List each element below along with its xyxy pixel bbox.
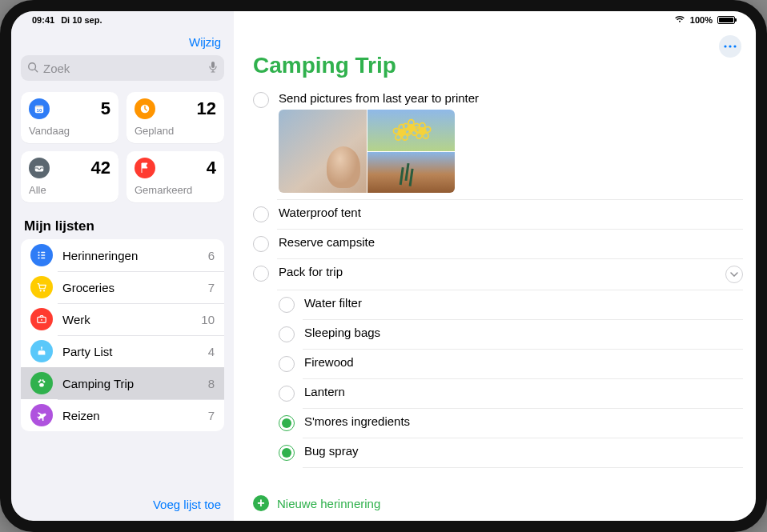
svg-rect-2 <box>211 62 215 68</box>
svg-rect-13 <box>41 258 45 258</box>
new-reminder-label: Nieuwe herinnering <box>277 497 380 510</box>
list-row-party[interactable]: Party List 4 <box>21 335 224 367</box>
list-row-camping[interactable]: Camping Trip 8 <box>21 367 224 399</box>
reminder-item[interactable]: Firewood <box>234 349 756 378</box>
list-title: Camping Trip <box>234 40 756 85</box>
reminder-checkbox[interactable] <box>253 266 269 282</box>
svg-point-26 <box>729 45 731 47</box>
list-count: 8 <box>208 377 215 390</box>
svg-rect-12 <box>41 254 45 255</box>
reminder-item[interactable]: Pack for trip <box>234 258 756 290</box>
reminder-title: Waterproof tent <box>279 206 743 219</box>
chevron-down-icon[interactable] <box>725 266 743 283</box>
list-name: Camping Trip <box>62 377 199 390</box>
reminder-checkbox[interactable] <box>279 415 295 431</box>
reminder-item[interactable]: Reserve campsite <box>234 229 756 258</box>
reminder-item[interactable]: Send pictures from last year to printer <box>234 85 756 199</box>
main-panel: Camping Trip Send pictures from last yea… <box>234 11 756 521</box>
search-icon <box>27 62 38 75</box>
cake-icon <box>30 340 53 362</box>
reminder-checkbox[interactable] <box>279 297 295 313</box>
new-reminder-button[interactable]: + Nieuwe herinnering <box>234 487 756 521</box>
reminder-title: Water filter <box>304 296 743 310</box>
reminder-checkbox[interactable] <box>253 92 269 108</box>
reminder-checkbox[interactable] <box>279 356 295 372</box>
attachment-image[interactable] <box>279 110 367 193</box>
reminder-checkbox[interactable] <box>279 326 295 342</box>
card-label: Vandaag <box>29 125 110 137</box>
battery-percent: 100% <box>690 15 713 25</box>
list-row-reizen[interactable]: Reizen 7 <box>21 399 224 431</box>
my-lists-header: Mijn lijsten <box>11 214 234 239</box>
list-name: Werk <box>62 313 191 326</box>
clock-icon <box>135 98 155 119</box>
ipad-device-frame: 09:41 Di 10 sep. 100% Wijzig <box>0 0 767 532</box>
svg-point-9 <box>38 254 39 256</box>
edit-button[interactable]: Wijzig <box>189 35 221 49</box>
attachment-image[interactable] <box>367 152 456 194</box>
smart-list-cards: 10 5 Vandaag 12 Gepland 42 Alle 4 Gemark… <box>11 92 234 214</box>
search-input[interactable] <box>43 62 203 75</box>
list-row-groceries[interactable]: Groceries 7 <box>21 271 224 303</box>
add-list-button[interactable]: Voeg lijst toe <box>153 498 221 511</box>
wifi-icon <box>674 15 685 25</box>
inbox-icon <box>29 158 50 178</box>
svg-point-17 <box>41 319 42 321</box>
card-label: Gepland <box>135 125 216 137</box>
list-count: 7 <box>208 409 215 422</box>
list-icon <box>30 244 53 266</box>
flag-icon <box>135 158 155 178</box>
smart-card-vandaag[interactable]: 10 5 Vandaag <box>21 92 118 143</box>
svg-line-1 <box>35 69 38 71</box>
smart-card-gepland[interactable]: 12 Gepland <box>126 92 224 143</box>
list-row-herinneringen[interactable]: Herinneringen 6 <box>21 239 224 271</box>
list-name: Party List <box>62 345 199 358</box>
status-bar: 09:41 Di 10 sep. 100% <box>11 11 756 29</box>
reminder-title: Sleeping bags <box>304 326 743 339</box>
calendar-icon: 10 <box>29 98 50 119</box>
paw-icon <box>30 372 53 394</box>
svg-point-15 <box>43 290 45 291</box>
list-name: Groceries <box>62 281 199 294</box>
list-name: Reizen <box>62 409 199 422</box>
reminder-checkbox[interactable] <box>253 206 269 222</box>
reminder-item[interactable]: Water filter <box>234 290 756 319</box>
smart-card-alle[interactable]: 42 Alle <box>21 151 118 202</box>
reminder-item[interactable]: Lantern <box>234 378 756 408</box>
reminder-title: Bug spray <box>304 444 743 458</box>
reminder-attachments[interactable] <box>279 110 455 193</box>
card-label: Alle <box>29 184 110 196</box>
attachment-image[interactable] <box>367 110 456 151</box>
status-time: 09:41 <box>32 15 54 25</box>
more-button[interactable] <box>719 35 741 58</box>
svg-point-14 <box>40 290 42 291</box>
sidebar: Wijzig 10 5 Vandaag 12 Gepland 4 <box>11 11 234 521</box>
svg-point-25 <box>724 45 726 47</box>
reminder-title: Firewood <box>304 355 743 369</box>
smart-card-gemarkeerd[interactable]: 4 Gemarkeerd <box>126 151 224 202</box>
list-count: 4 <box>208 345 215 358</box>
mic-icon[interactable] <box>208 61 218 76</box>
reminder-item[interactable]: Bug spray <box>234 438 756 467</box>
reminder-checkbox[interactable] <box>279 386 295 402</box>
reminder-item[interactable]: S'mores ingredients <box>234 408 756 438</box>
svg-point-8 <box>38 251 39 253</box>
svg-point-27 <box>733 45 736 47</box>
reminder-checkbox[interactable] <box>253 236 269 252</box>
svg-point-10 <box>38 257 39 258</box>
list-row-werk[interactable]: Werk 10 <box>21 303 224 335</box>
reminder-item[interactable]: Sleeping bags <box>234 319 756 349</box>
svg-point-23 <box>39 379 41 381</box>
reminder-title: Pack for trip <box>279 265 716 278</box>
reminder-item[interactable]: Waterproof tent <box>234 199 756 229</box>
status-date: Di 10 sep. <box>61 15 102 25</box>
list-name: Herinneringen <box>62 249 199 262</box>
reminder-checkbox[interactable] <box>279 445 295 461</box>
search-field[interactable] <box>21 55 224 81</box>
reminder-title: S'mores ingredients <box>304 414 743 428</box>
reminders-list: Send pictures from last year to printer … <box>234 85 756 487</box>
svg-rect-7 <box>35 166 44 171</box>
reminder-title: Send pictures from last year to printer <box>279 91 743 105</box>
svg-text:10: 10 <box>37 107 42 113</box>
reminder-title: Reserve campsite <box>279 235 743 249</box>
